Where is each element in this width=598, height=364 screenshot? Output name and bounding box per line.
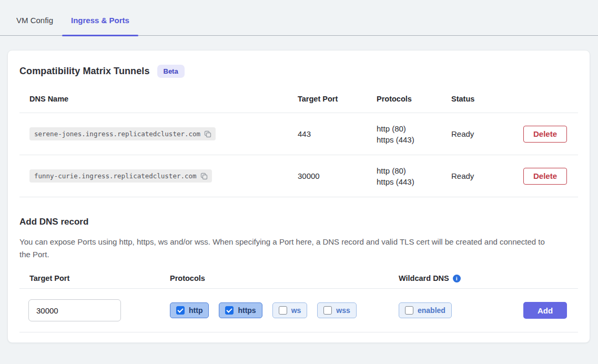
dns-name-pill: funny-curie.ingress.replicatedcluster.co… [29,169,212,183]
table-row: serene-jones.ingress.replicatedcluster.c… [19,113,578,155]
copy-icon[interactable] [200,173,208,180]
protocol-checkbox-group: http https ws wss [170,302,399,318]
dns-name-text: serene-jones.ingress.replicatedcluster.c… [34,130,200,138]
checkbox-label: https [238,306,256,315]
delete-button[interactable]: Delete [523,126,567,143]
status-cell: Ready [451,129,523,138]
dns-name-text: funny-curie.ingress.replicatedcluster.co… [34,172,197,180]
tab-bar: VM Config Ingress & Ports [0,0,598,36]
checkbox-icon [176,306,185,315]
target-port-cell: 443 [298,129,377,138]
header-dns-name: DNS Name [19,95,298,103]
tunnels-table-header: DNS Name Target Port Protocols Status [19,85,578,113]
protocol-line: http (80) [377,165,451,176]
status-cell: Ready [451,171,523,180]
panel-title: Compatibility Matrix Tunnels [19,66,150,77]
checkbox-label: wss [336,306,350,315]
protocol-line: http (80) [377,123,451,134]
checkbox-icon [405,306,413,315]
add-dns-description: You can expose Ports using http, https, … [19,236,548,261]
info-icon[interactable]: i [453,275,461,282]
form-label-protocols: Protocols [170,274,399,282]
dns-name-pill: serene-jones.ingress.replicatedcluster.c… [29,127,216,140]
form-label-target-port: Target Port [19,274,170,282]
table-row: funny-curie.ingress.replicatedcluster.co… [19,155,578,197]
copy-icon[interactable] [204,130,211,138]
tab-ingress-ports[interactable]: Ingress & Ports [62,16,138,35]
add-dns-title: Add DNS record [19,216,578,228]
header-protocols: Protocols [377,95,451,103]
add-form-row: http https ws wss enabled [19,289,578,332]
panel-header: Compatibility Matrix Tunnels Beta [19,64,578,79]
checkbox-label: enabled [418,306,445,315]
protocol-line: https (443) [377,134,451,145]
checkbox-label: ws [291,306,301,315]
protocols-cell: http (80) https (443) [377,165,451,187]
protocols-cell: http (80) https (443) [377,123,451,145]
tab-vm-config[interactable]: VM Config [7,16,62,35]
checkbox-http[interactable]: http [170,302,209,318]
checkbox-icon [323,306,332,315]
checkbox-https[interactable]: https [219,302,262,318]
target-port-cell: 30000 [298,171,377,180]
target-port-input[interactable] [28,299,121,321]
protocol-line: https (443) [377,176,451,187]
header-status: Status [451,95,523,103]
add-form-header: Target Port Protocols Wildcard DNS i [19,268,578,289]
header-target-port: Target Port [298,95,377,103]
tunnels-panel: Compatibility Matrix Tunnels Beta DNS Na… [7,50,590,343]
checkbox-icon [225,306,234,315]
checkbox-wildcard-enabled[interactable]: enabled [399,302,452,318]
checkbox-icon [279,306,287,315]
beta-badge: Beta [157,65,185,78]
checkbox-label: http [189,306,202,315]
form-label-wildcard-dns: Wildcard DNS [399,274,449,282]
checkbox-ws[interactable]: ws [272,302,308,318]
delete-button[interactable]: Delete [523,168,567,185]
checkbox-wss[interactable]: wss [317,302,356,318]
add-button[interactable]: Add [523,302,567,319]
